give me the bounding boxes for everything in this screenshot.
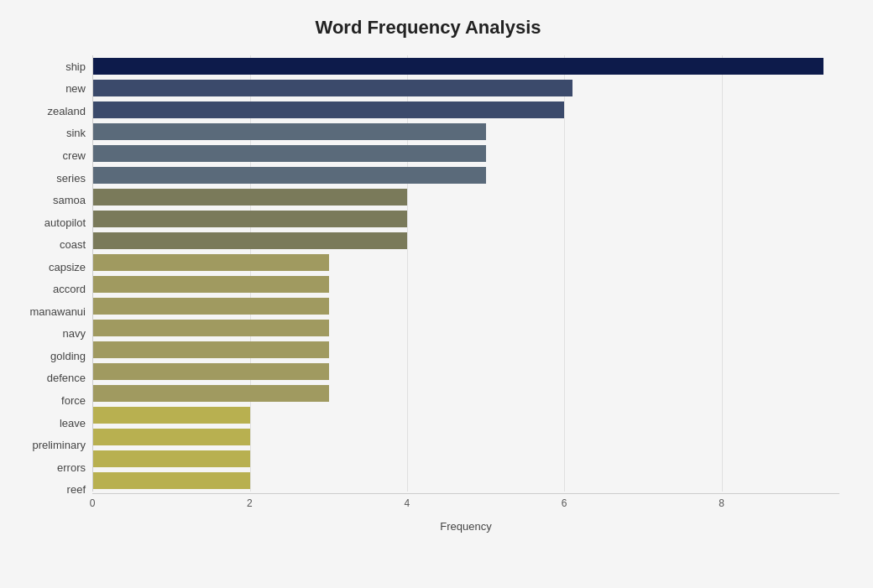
y-label: manawanui xyxy=(30,300,86,322)
bar xyxy=(93,145,486,162)
y-axis: shipnewzealandsinkcrewseriessamoaautopil… xyxy=(17,55,92,526)
bar-row xyxy=(93,426,839,448)
bar xyxy=(93,189,407,206)
x-tick-label: 4 xyxy=(404,497,410,509)
x-axis-label: Frequency xyxy=(92,520,839,533)
bar-row xyxy=(93,186,839,208)
bar-row xyxy=(93,208,839,230)
y-label: series xyxy=(56,167,86,189)
plot-area: 02468 Frequency xyxy=(92,55,839,526)
y-label: defence xyxy=(47,367,86,389)
y-label: leave xyxy=(60,412,86,434)
bar xyxy=(93,385,329,402)
bar xyxy=(93,363,329,380)
bar-row xyxy=(93,470,839,492)
y-label: samoa xyxy=(53,190,86,211)
bar-row xyxy=(93,382,839,404)
x-tick-label: 6 xyxy=(562,497,567,509)
bar xyxy=(93,472,250,489)
bar-row xyxy=(93,317,839,339)
y-label: crew xyxy=(63,144,86,166)
y-label: accord xyxy=(53,278,86,300)
y-label: reef xyxy=(67,479,86,501)
y-label: sink xyxy=(66,122,86,144)
bar-row xyxy=(93,448,839,470)
bar xyxy=(93,232,407,249)
y-label: navy xyxy=(63,323,86,345)
bars-container xyxy=(92,55,839,492)
x-axis: 02468 xyxy=(92,493,839,518)
bar-row xyxy=(93,230,839,252)
y-label: errors xyxy=(57,456,86,478)
bar xyxy=(93,429,250,445)
bar xyxy=(93,341,329,358)
bar-row xyxy=(93,295,839,317)
bar-row xyxy=(93,99,839,121)
y-label: force xyxy=(61,389,86,411)
y-label: autopilot xyxy=(44,211,86,233)
bar-row xyxy=(93,164,839,186)
x-axis-wrapper: 02468 Frequency xyxy=(92,492,839,533)
chart-title: Word Frequency Analysis xyxy=(17,17,839,39)
x-tick-label: 8 xyxy=(719,497,724,509)
y-label: preliminary xyxy=(32,434,86,456)
x-tick-label: 2 xyxy=(247,497,253,509)
bar-row xyxy=(93,252,839,273)
y-label: golding xyxy=(50,345,86,367)
bar xyxy=(93,407,250,424)
bar xyxy=(93,298,329,315)
bar-row xyxy=(93,143,839,164)
bar xyxy=(93,101,564,118)
y-label: zealand xyxy=(47,100,86,122)
chart-area: shipnewzealandsinkcrewseriessamoaautopil… xyxy=(17,55,839,526)
chart-container: Word Frequency Analysis shipnewzealandsi… xyxy=(0,0,873,588)
bar xyxy=(93,254,329,271)
bar xyxy=(93,167,486,184)
bar-row xyxy=(93,339,839,361)
bar-row xyxy=(93,121,839,143)
bar xyxy=(93,211,407,227)
bar-row xyxy=(93,273,839,295)
y-label: ship xyxy=(65,55,86,77)
bar-row xyxy=(93,55,839,77)
bar xyxy=(93,450,250,467)
x-tick-label: 0 xyxy=(90,497,96,509)
bar xyxy=(93,123,486,140)
y-label: new xyxy=(65,78,86,100)
bar xyxy=(93,320,329,336)
bar-row xyxy=(93,361,839,382)
bar xyxy=(93,276,329,293)
y-label: capsize xyxy=(49,256,86,278)
bar-row xyxy=(93,77,839,99)
bar-row xyxy=(93,404,839,426)
y-label: coast xyxy=(60,234,86,256)
bar xyxy=(93,80,572,96)
bar xyxy=(93,58,823,75)
